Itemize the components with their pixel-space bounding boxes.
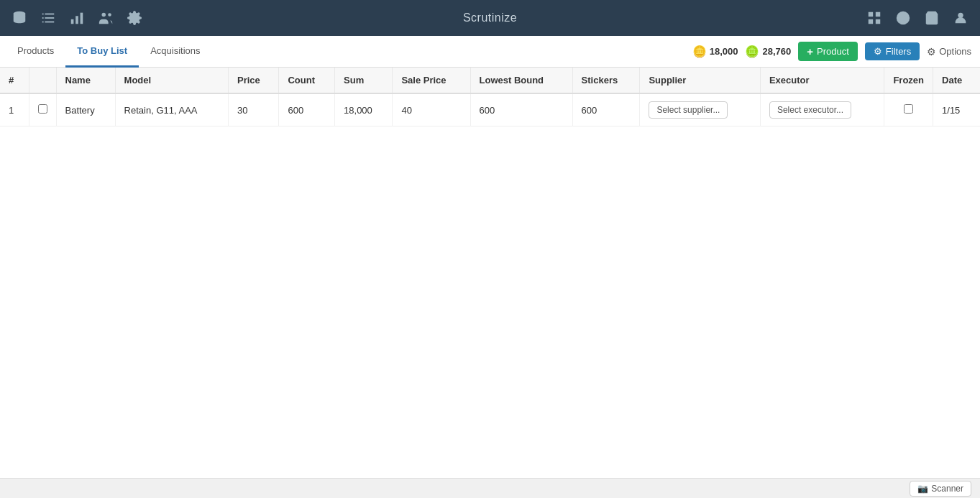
coin1-icon: 🪙	[692, 45, 707, 58]
svg-rect-8	[75, 16, 78, 24]
tab-tobuylist[interactable]: To Buy List	[65, 36, 139, 68]
col-count: Count	[279, 68, 335, 93]
svg-point-11	[108, 13, 111, 17]
col-supplier: Supplier	[640, 68, 761, 93]
col-checkbox	[29, 68, 56, 93]
product-button[interactable]: + Product	[798, 42, 858, 61]
svg-rect-4	[45, 17, 54, 19]
svg-rect-15	[869, 19, 873, 24]
col-model: Model	[115, 68, 228, 93]
filter-icon: ⚙	[874, 46, 882, 57]
cell-checkbox[interactable]	[29, 93, 56, 126]
col-stickers: Stickers	[572, 68, 640, 93]
cell-name: Battery	[56, 93, 115, 126]
app-title: Scrutinize	[463, 11, 517, 24]
svg-rect-7	[71, 19, 74, 24]
settings-icon[interactable]	[127, 10, 142, 26]
cell-date: 1/15	[933, 93, 980, 126]
list-icon[interactable]	[40, 10, 56, 26]
col-sale-price: Sale Price	[393, 68, 470, 93]
cell-supplier[interactable]: Select supplier...	[640, 93, 761, 126]
tab-acquisitions[interactable]: Acquisitions	[139, 36, 211, 68]
coin2-value: 28,760	[762, 46, 791, 57]
svg-rect-2	[45, 14, 54, 15]
options-label: Options	[939, 46, 971, 57]
cell-executor[interactable]: Select executor...	[760, 93, 884, 126]
col-price: Price	[229, 68, 279, 93]
svg-rect-3	[42, 17, 44, 19]
cell-frozen[interactable]	[884, 93, 933, 126]
grid-icon[interactable]	[866, 10, 882, 26]
dollar-icon[interactable]	[895, 10, 911, 26]
users-icon[interactable]	[98, 10, 114, 26]
main-table: # Name Model Price Count Sum Sale Price …	[0, 68, 980, 126]
plus-icon: +	[807, 45, 813, 57]
svg-rect-9	[81, 13, 83, 24]
scanner-label: Scanner	[931, 484, 963, 494]
table-container: # Name Model Price Count Sum Sale Price …	[0, 68, 980, 478]
scanner-button[interactable]: 📷 Scanner	[910, 481, 971, 497]
svg-point-10	[102, 13, 106, 17]
product-label: Product	[817, 46, 849, 57]
svg-point-19	[958, 13, 963, 18]
svg-rect-16	[876, 19, 880, 24]
cell-price: 30	[229, 93, 279, 126]
frozen-checkbox[interactable]	[904, 104, 913, 114]
col-name: Name	[56, 68, 115, 93]
col-executor: Executor	[760, 68, 884, 93]
col-date: Date	[933, 68, 980, 93]
select-executor-button[interactable]: Select executor...	[769, 101, 851, 119]
database-icon[interactable]	[12, 10, 27, 26]
table-row: 1 Battery Retain, G11, AAA 30 600 18,000…	[0, 93, 980, 126]
col-sum: Sum	[335, 68, 393, 93]
cell-num: 1	[0, 93, 29, 126]
navbar: Scrutinize	[0, 0, 980, 36]
svg-rect-1	[42, 14, 44, 15]
filters-label: Filters	[886, 46, 911, 57]
options-button[interactable]: ⚙ Options	[927, 46, 971, 57]
options-gear-icon: ⚙	[927, 46, 936, 57]
svg-rect-14	[876, 12, 880, 17]
svg-rect-6	[45, 22, 54, 23]
cell-sum: 18,000	[335, 93, 393, 126]
coin1-value: 18,000	[710, 46, 738, 57]
cell-lowest-bound: 600	[470, 93, 572, 126]
stat-coin2: 🪙 28,760	[745, 45, 791, 58]
tabbar-right: 🪙 18,000 🪙 28,760 + Product ⚙ Filters ⚙ …	[692, 42, 980, 61]
svg-rect-13	[869, 12, 873, 17]
cell-model: Retain, G11, AAA	[115, 93, 228, 126]
scanner-icon: 📷	[917, 484, 928, 494]
col-frozen: Frozen	[884, 68, 933, 93]
cell-sale-price: 40	[393, 93, 470, 126]
coin2-icon: 🪙	[745, 45, 759, 58]
cell-stickers: 600	[572, 93, 640, 126]
row-checkbox[interactable]	[38, 104, 47, 114]
chart-icon[interactable]	[69, 10, 85, 26]
filters-button[interactable]: ⚙ Filters	[865, 42, 920, 60]
user-icon[interactable]	[953, 10, 968, 26]
cart-icon[interactable]	[924, 10, 940, 26]
navbar-left	[12, 10, 142, 26]
col-lowest-bound: Lowest Bound	[470, 68, 572, 93]
tab-products[interactable]: Products	[6, 36, 65, 68]
navbar-right	[866, 10, 968, 26]
select-supplier-button[interactable]: Select supplier...	[649, 101, 728, 119]
cell-count: 600	[279, 93, 335, 126]
tabbar: Products To Buy List Acquisitions 🪙 18,0…	[0, 36, 980, 68]
bottom-bar: 📷 Scanner	[0, 478, 980, 498]
table-header-row: # Name Model Price Count Sum Sale Price …	[0, 68, 980, 93]
stat-coin1: 🪙 18,000	[692, 45, 738, 58]
col-num: #	[0, 68, 29, 93]
svg-rect-5	[42, 22, 44, 23]
